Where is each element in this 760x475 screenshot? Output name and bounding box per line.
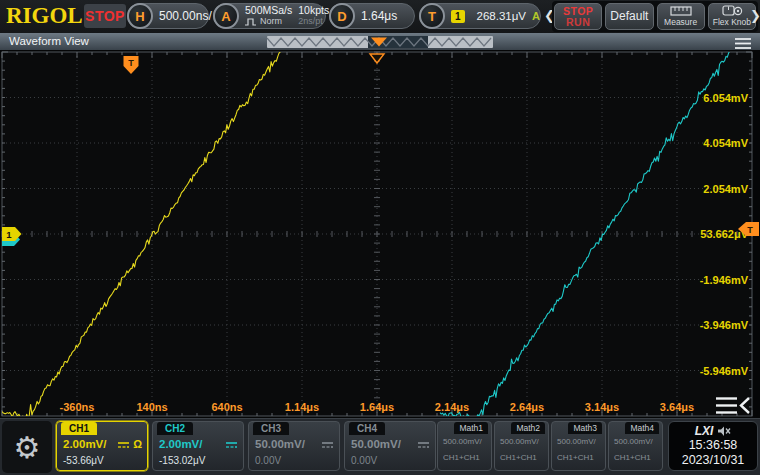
time-axis-label: 140ns: [136, 401, 167, 413]
math-scale: 500.00mV/: [614, 437, 653, 446]
horizontal-scale-pill[interactable]: H 500.00ns/: [127, 3, 209, 29]
acquire-mode: Norm: [260, 16, 282, 27]
svg-text:T: T: [128, 58, 134, 68]
channel-scale: 2.00mV/: [159, 438, 238, 450]
math-tab[interactable]: Math2: [511, 422, 545, 434]
delay-knob-icon[interactable]: D: [329, 3, 355, 29]
math-card-math1[interactable]: Math1500.00mV/CH1+CH1: [437, 421, 492, 471]
lxi-label: LXI: [695, 424, 714, 438]
acquisition-status-badge: STOP: [84, 4, 126, 28]
math-expression: CH1+CH1: [557, 453, 594, 462]
waveform-display[interactable]: -360ns140ns640ns1.14μs1.64μs2.14μs2.64μs…: [0, 50, 760, 418]
toolbar-button-group: STOP RUN Default Measure: [552, 1, 758, 32]
settings-button[interactable]: ⚙: [2, 421, 52, 473]
voltage-axis-label: -1.946mV: [700, 274, 749, 286]
time-axis-label: 1.64μs: [360, 401, 394, 413]
time-axis-label: -360ns: [60, 401, 95, 413]
impedance-label: Ω: [133, 438, 142, 450]
channel-tab[interactable]: CH4: [349, 422, 385, 435]
dc-coupling-icon: [225, 440, 238, 449]
sample-rate: 500MSa/s: [245, 5, 292, 16]
channel-card-ch3[interactable]: CH350.00mV/0.00V: [248, 421, 340, 471]
acquire-pill[interactable]: A 500MSa/s Norm 10kpts 2ns/pt: [213, 3, 326, 29]
delay-value: 1.64μs: [361, 9, 397, 23]
flex-knob-button[interactable]: Flex Knob: [708, 3, 756, 30]
math-scale: 500.00mV/: [557, 437, 596, 446]
channel-card-ch4[interactable]: CH450.00mV/0.00V: [344, 421, 436, 471]
dc-coupling-icon: [117, 440, 130, 449]
voltage-axis-label: 2.054mV: [703, 183, 748, 195]
toolbar-scroll-right-icon[interactable]: ❯: [750, 9, 760, 23]
knob-icon: [721, 5, 743, 16]
svg-text:T: T: [747, 225, 753, 235]
time-axis-label: 1.14μs: [285, 401, 319, 413]
trigger-level-value: 268.31μV: [477, 10, 526, 22]
math-card-math4[interactable]: Math4500.00mV/CH1+CH1: [608, 421, 663, 471]
channel-tab[interactable]: CH2: [157, 422, 193, 435]
lxi-clock-panel[interactable]: LXI 15:36:58 2023/10/31: [668, 421, 758, 471]
voltage-axis-label: 4.054mV: [703, 137, 748, 149]
voltage-axis-label: 6.054mV: [703, 92, 748, 104]
trigger-source-badge: 1: [451, 10, 465, 23]
math-tab[interactable]: Math4: [625, 422, 659, 434]
math-card-math2[interactable]: Math2500.00mV/CH1+CH1: [494, 421, 549, 471]
channel-scale: 50.00mV/: [351, 438, 430, 450]
sample-resolution: 2ns/pt: [298, 16, 329, 27]
measure-button[interactable]: Measure: [657, 3, 705, 30]
pulse-norm-icon: [245, 18, 257, 26]
default-button[interactable]: Default: [605, 3, 653, 30]
channel-offset: -53.66μV: [63, 455, 104, 466]
time-axis-label: 2.14μs: [435, 401, 469, 413]
trigger-pill[interactable]: T 1 268.31μV A: [419, 3, 541, 29]
voltage-axis-label: -3.946mV: [700, 319, 749, 331]
math-expression: CH1+CH1: [614, 453, 651, 462]
system-time: 15:36:58: [689, 438, 738, 453]
delay-pill[interactable]: D 1.64μs: [329, 3, 415, 29]
voltage-axis-label: -5.946mV: [700, 365, 749, 377]
memory-depth: 10kpts: [298, 5, 329, 16]
time-axis-label: 2.64μs: [510, 401, 544, 413]
dc-coupling-icon: [417, 440, 430, 449]
dc-coupling-icon: [321, 440, 334, 449]
stop-run-button[interactable]: STOP RUN: [554, 3, 602, 30]
gear-icon: ⚙: [14, 430, 41, 465]
math-expression: CH1+CH1: [500, 453, 537, 462]
trigger-sweep-mode: A: [532, 10, 540, 22]
channel-offset: 0.00V: [255, 455, 281, 466]
math-card-math3[interactable]: Math3500.00mV/CH1+CH1: [551, 421, 606, 471]
math-tab[interactable]: Math1: [454, 422, 488, 434]
ruler-icon: [670, 6, 692, 16]
menu-icon[interactable]: [735, 37, 752, 50]
channel-card-ch2[interactable]: CH22.00mV/-153.02μV: [152, 421, 244, 471]
time-axis-label: 3.14μs: [585, 401, 619, 413]
acquire-knob-icon[interactable]: A: [213, 3, 239, 29]
channel-scale: 50.00mV/: [255, 438, 334, 450]
math-tab[interactable]: Math3: [568, 422, 602, 434]
math-scale: 500.00mV/: [443, 437, 482, 446]
horizontal-knob-icon[interactable]: H: [127, 3, 153, 29]
channel-card-ch1[interactable]: CH12.00mV/Ω-53.66μV: [56, 421, 148, 471]
waveform-overview-strip[interactable]: [267, 35, 493, 48]
channel-tab[interactable]: CH1: [61, 422, 97, 435]
top-toolbar: RIGOL STOP H 500.00ns/ A 500MSa/s Norm 1…: [0, 0, 760, 33]
channel-offset: 0.00V: [351, 455, 377, 466]
speaker-muted-icon: [717, 426, 731, 437]
horizontal-scale-value: 500.00ns/: [159, 9, 212, 23]
svg-text:1: 1: [6, 229, 12, 240]
channel-offset: -153.02μV: [159, 455, 205, 466]
system-date: 2023/10/31: [682, 453, 745, 468]
time-axis-label: 3.64μs: [660, 401, 694, 413]
bottom-status-bar: ⚙ CH12.00mV/Ω-53.66μVCH22.00mV/-153.02μV…: [0, 418, 760, 475]
rigol-logo: RIGOL: [6, 3, 83, 29]
channel-tab[interactable]: CH3: [253, 422, 289, 435]
tab-bar: Waveform View: [0, 33, 760, 50]
tab-waveform-view[interactable]: Waveform View: [9, 35, 89, 47]
oscilloscope-screen: RIGOL STOP H 500.00ns/ A 500MSa/s Norm 1…: [0, 0, 760, 475]
math-scale: 500.00mV/: [500, 437, 539, 446]
channel-scale: 2.00mV/Ω: [63, 438, 142, 450]
math-expression: CH1+CH1: [443, 453, 480, 462]
time-axis-label: 640ns: [211, 401, 242, 413]
trigger-knob-icon[interactable]: T: [419, 3, 445, 29]
